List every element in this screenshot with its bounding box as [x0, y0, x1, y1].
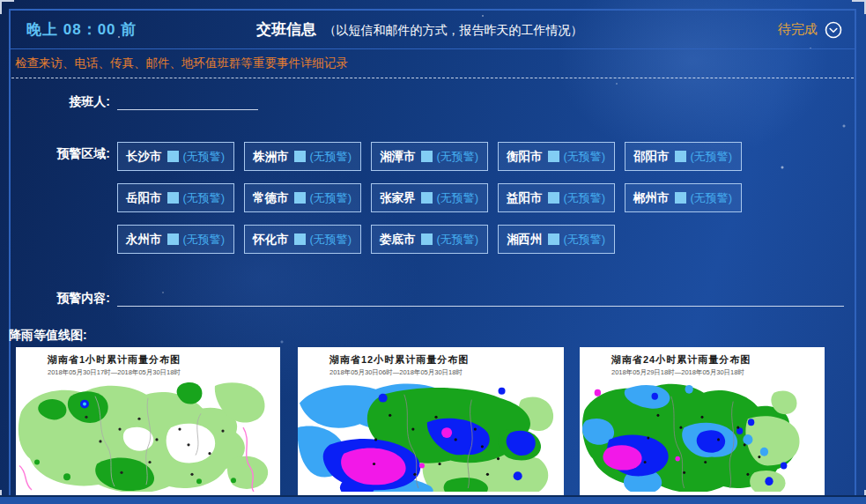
- warning-area-box-益阳市[interactable]: 益阳市(无预警): [498, 183, 615, 212]
- warning-checkbox[interactable]: [548, 192, 559, 204]
- warning-area-box-邵阳市[interactable]: 邵阳市(无预警): [625, 142, 742, 171]
- receiver-input[interactable]: [117, 92, 258, 110]
- rainfall-maps: 湖南省1小时累计雨量分布图 2018年05月30日17时—2018年05月30日…: [16, 347, 844, 496]
- warning-checkbox[interactable]: [294, 233, 306, 245]
- no-warning-label: (无预警): [691, 149, 733, 165]
- rainfall-maps-label: 降雨等值线图:: [9, 328, 87, 344]
- warning-area-box-常德市[interactable]: 常德市(无预警): [244, 183, 361, 212]
- header: 晚上 08：00 前 交班信息 （以短信和邮件的方式，报告昨天的工作情况） 待完…: [11, 11, 855, 49]
- receiver-label: 接班人:: [0, 94, 110, 110]
- warning-checkbox[interactable]: [548, 233, 559, 245]
- city-label: 娄底市: [380, 232, 416, 248]
- warning-area-box-永州市[interactable]: 永州市(无预警): [117, 225, 234, 254]
- no-warning-label: (无预警): [310, 149, 352, 165]
- city-label: 常德市: [253, 190, 289, 206]
- warning-area-box-株洲市[interactable]: 株洲市(无预警): [244, 142, 361, 171]
- warning-area-label: 预警区域:: [0, 146, 110, 162]
- warning-area-grid: 长沙市(无预警)株洲市(无预警)湘潭市(无预警)衡阳市(无预警)邵阳市(无预警)…: [117, 142, 848, 266]
- map-title: 湖南省12小时累计雨量分布图: [329, 353, 564, 367]
- warning-area-box-湘潭市[interactable]: 湘潭市(无预警): [371, 142, 488, 171]
- status-badge: 待完成: [778, 21, 818, 38]
- page-subtitle: （以短信和邮件的方式，报告昨天的工作情况）: [323, 23, 582, 37]
- warning-content-row: 预警内容:: [0, 288, 844, 307]
- warning-area-box-娄底市[interactable]: 娄底市(无预警): [371, 225, 488, 254]
- warning-area-row: 长沙市(无预警)株洲市(无预警)湘潭市(无预警)衡阳市(无预警)邵阳市(无预警): [117, 142, 848, 171]
- map-title: 湖南省1小时累计雨量分布图: [48, 353, 280, 367]
- warning-area-box-湘西州[interactable]: 湘西州(无预警): [498, 225, 615, 254]
- no-warning-label: (无预警): [183, 232, 226, 248]
- status-toggle[interactable]: 待完成: [778, 11, 842, 48]
- warning-checkbox[interactable]: [294, 151, 306, 162]
- warning-area-row: 岳阳市(无预警)常德市(无预警)张家界(无预警)益阳市(无预警)郴州市(无预警): [117, 183, 848, 212]
- receiver-row: 接班人:: [0, 92, 258, 110]
- city-label: 永州市: [126, 232, 162, 248]
- no-warning-label: (无预警): [183, 190, 226, 206]
- page-title: 交班信息: [256, 21, 316, 38]
- no-warning-label: (无预警): [691, 190, 733, 206]
- city-label: 郴州市: [633, 190, 670, 206]
- warning-checkbox[interactable]: [167, 192, 179, 204]
- city-label: 怀化市: [253, 232, 289, 248]
- city-label: 岳阳市: [126, 190, 162, 206]
- warning-content-input[interactable]: [117, 288, 844, 307]
- city-label: 湘西州: [507, 232, 543, 248]
- rainfall-map-12h-image: [298, 379, 564, 492]
- warning-checkbox[interactable]: [167, 151, 179, 162]
- rainfall-map-24h-image: [580, 379, 825, 492]
- rainfall-map-1h-image: [16, 379, 280, 492]
- deadline-time: 晚上 08：00 前: [26, 11, 137, 48]
- rainfall-map-12h[interactable]: 湖南省12小时累计雨量分布图 2018年05月30日06时—2018年05月30…: [298, 347, 564, 496]
- city-label: 湘潭市: [380, 149, 416, 165]
- city-label: 张家界: [380, 190, 416, 206]
- city-label: 株洲市: [253, 149, 289, 165]
- warning-checkbox[interactable]: [421, 192, 433, 204]
- warning-checkbox[interactable]: [675, 192, 686, 204]
- city-label: 邵阳市: [633, 149, 670, 165]
- no-warning-label: (无预警): [310, 190, 352, 206]
- no-warning-label: (无预警): [183, 149, 226, 165]
- chevron-down-circle-icon[interactable]: [825, 21, 842, 39]
- warning-checkbox[interactable]: [421, 233, 433, 245]
- map-subtitle: 2018年05月30日06时—2018年05月30日18时: [329, 368, 564, 377]
- warning-content-label: 预警内容:: [0, 291, 110, 307]
- no-warning-label: (无预警): [437, 232, 479, 248]
- city-label: 长沙市: [126, 149, 162, 165]
- warning-area-box-长沙市[interactable]: 长沙市(无预警): [117, 142, 234, 171]
- warning-checkbox[interactable]: [421, 151, 433, 162]
- bottom-bar: [0, 495, 866, 504]
- warning-area-box-岳阳市[interactable]: 岳阳市(无预警): [117, 183, 234, 212]
- warning-area-row: 永州市(无预警)怀化市(无预警)娄底市(无预警)湘西州(无预警): [117, 225, 848, 254]
- rainfall-map-1h[interactable]: 湖南省1小时累计雨量分布图 2018年05月30日17时—2018年05月30日…: [16, 347, 280, 496]
- map-subtitle: 2018年05月29日18时—2018年05月30日18时: [611, 368, 825, 377]
- no-warning-label: (无预警): [564, 232, 606, 248]
- notice-text: 检查来访、电话、传真、邮件、地环值班群等重要事件详细记录: [11, 49, 854, 78]
- map-title: 湖南省24小时累计雨量分布图: [611, 353, 825, 367]
- no-warning-label: (无预警): [564, 149, 606, 165]
- warning-checkbox[interactable]: [675, 151, 686, 162]
- warning-checkbox[interactable]: [167, 233, 179, 245]
- warning-area-box-郴州市[interactable]: 郴州市(无预警): [625, 183, 742, 212]
- city-label: 益阳市: [507, 190, 543, 206]
- warning-checkbox[interactable]: [548, 151, 559, 162]
- no-warning-label: (无预警): [437, 190, 479, 206]
- no-warning-label: (无预警): [310, 232, 352, 248]
- warning-area-box-张家界[interactable]: 张家界(无预警): [371, 183, 488, 212]
- no-warning-label: (无预警): [564, 190, 606, 206]
- no-warning-label: (无预警): [437, 149, 479, 165]
- map-subtitle: 2018年05月30日17时—2018年05月30日18时: [48, 368, 280, 377]
- rainfall-map-24h[interactable]: 湖南省24小时累计雨量分布图 2018年05月29日18时—2018年05月30…: [580, 347, 825, 496]
- warning-area-box-衡阳市[interactable]: 衡阳市(无预警): [498, 142, 615, 171]
- warning-area-box-怀化市[interactable]: 怀化市(无预警): [244, 225, 361, 254]
- city-label: 衡阳市: [507, 149, 543, 165]
- page-title-group: 交班信息 （以短信和邮件的方式，报告昨天的工作情况）: [256, 11, 582, 49]
- warning-checkbox[interactable]: [294, 192, 306, 204]
